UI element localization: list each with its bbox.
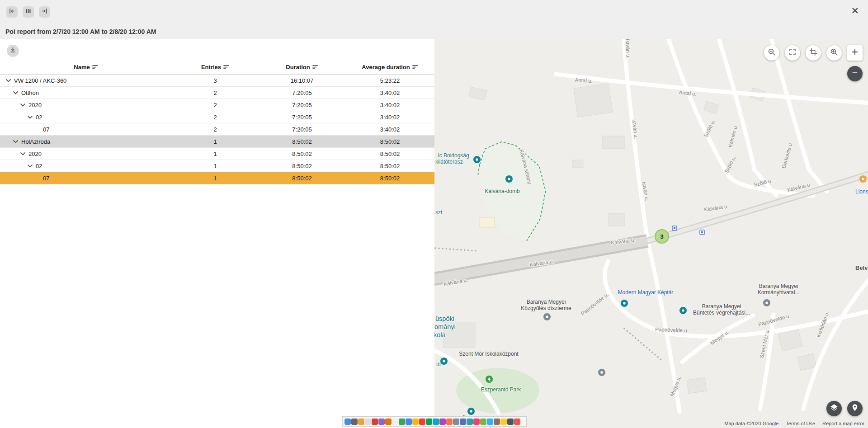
taskbar-icon[interactable] xyxy=(412,419,419,425)
cluster-marker[interactable]: 3 xyxy=(655,230,669,243)
poi-marker[interactable] xyxy=(859,175,867,183)
fullscreen-button[interactable] xyxy=(785,45,800,61)
dock-left-button[interactable] xyxy=(6,6,18,18)
poi-marker[interactable] xyxy=(440,357,448,365)
poi-pin-button[interactable] xyxy=(847,401,863,416)
taskbar-icon[interactable] xyxy=(385,419,392,425)
location-pin-icon xyxy=(851,404,859,414)
download-icon xyxy=(9,47,16,55)
poi-marker[interactable] xyxy=(621,300,628,307)
taskbar-icon[interactable] xyxy=(433,419,439,425)
taskbar-icon[interactable] xyxy=(365,419,371,425)
map-bottom-controls xyxy=(826,401,863,416)
download-button[interactable] xyxy=(7,45,19,57)
zoom-in-button[interactable] xyxy=(847,45,863,61)
columns-icon xyxy=(25,8,32,16)
row-entries: 2 xyxy=(172,89,259,96)
taskbar-icon[interactable] xyxy=(514,419,520,425)
taskbar-icon[interactable] xyxy=(419,419,425,425)
transit-stop-icon[interactable] xyxy=(700,230,704,235)
column-header-entries[interactable]: Entries xyxy=(172,64,259,71)
table-row[interactable]: 07 2 7:20:05 3:40:02 xyxy=(0,123,434,136)
taskbar-icon[interactable] xyxy=(473,419,480,425)
row-average-duration: 5:23:22 xyxy=(345,77,434,84)
taskbar-icon[interactable] xyxy=(460,419,466,425)
columns-button[interactable] xyxy=(23,6,34,18)
taskbar-icon[interactable] xyxy=(487,419,493,425)
taskbar-icon[interactable] xyxy=(453,419,459,425)
place-label: Lions xyxy=(855,188,868,195)
column-header-duration[interactable]: Duration xyxy=(259,64,345,71)
school-marker[interactable] xyxy=(598,369,605,376)
row-average-duration: 8:50:02 xyxy=(345,138,434,145)
taskbar-icon[interactable] xyxy=(494,419,500,425)
taskbar-icon[interactable] xyxy=(500,419,507,425)
poi-marker[interactable] xyxy=(473,156,481,163)
row-duration: 7:20:05 xyxy=(259,89,345,96)
taskbar-icon[interactable] xyxy=(467,419,473,425)
column-header-average-duration[interactable]: Average duration xyxy=(345,64,434,71)
taskbar[interactable] xyxy=(342,416,527,427)
chevron-down-icon[interactable] xyxy=(5,79,12,82)
chevron-down-icon[interactable] xyxy=(12,91,19,94)
layers-button[interactable] xyxy=(826,401,842,416)
zoom-out-selection-button[interactable] xyxy=(764,45,779,61)
taskbar-icon[interactable] xyxy=(344,419,351,425)
table-row[interactable]: HolAzIroda 1 8:50:02 8:50:02 xyxy=(0,136,434,148)
taskbar-icon[interactable] xyxy=(351,419,358,425)
civic-marker[interactable] xyxy=(763,299,770,306)
poi-marker[interactable] xyxy=(505,175,513,183)
column-header-name[interactable]: Name xyxy=(0,64,172,71)
chevron-down-icon[interactable] xyxy=(12,140,19,143)
selection-zoom-button[interactable] xyxy=(806,45,821,61)
table-row[interactable]: Otthon 2 7:20:05 3:40:02 xyxy=(0,87,434,99)
fullscreen-icon xyxy=(788,48,797,58)
row-name-cell: 07 xyxy=(0,175,172,182)
taskbar-icon[interactable] xyxy=(439,419,446,425)
taskbar-icon[interactable] xyxy=(392,419,398,425)
taskbar-icon[interactable] xyxy=(378,419,385,425)
zoom-in-selection-button[interactable] xyxy=(826,45,842,61)
report-map-error-link[interactable]: Report a map error xyxy=(822,421,864,426)
dock-right-icon xyxy=(41,8,48,16)
row-entries: 2 xyxy=(172,102,259,108)
taskbar-icon[interactable] xyxy=(406,419,412,425)
place-label: út xyxy=(436,361,441,367)
map-canvas[interactable]: István u. István u. István u. Antal u. A… xyxy=(434,39,868,428)
table-row[interactable]: 02 1 8:50:02 8:50:02 xyxy=(0,160,434,172)
taskbar-icon[interactable] xyxy=(480,419,486,425)
taskbar-icon[interactable] xyxy=(446,419,453,425)
chevron-down-icon[interactable] xyxy=(19,103,26,107)
cluster-count: 3 xyxy=(660,233,663,240)
dock-right-button[interactable] xyxy=(39,6,50,18)
row-entries: 2 xyxy=(172,114,259,121)
close-button[interactable]: ✕ xyxy=(849,4,861,18)
chevron-down-icon[interactable] xyxy=(19,152,26,155)
table-row[interactable]: 2020 1 8:50:02 8:50:02 xyxy=(0,148,434,160)
row-entries: 2 xyxy=(172,126,259,133)
street-label: Szőlő u. xyxy=(723,155,737,174)
row-entries: 1 xyxy=(172,151,259,157)
taskbar-icon[interactable] xyxy=(507,419,514,425)
terms-of-use-link[interactable]: Terms of Use xyxy=(786,421,815,426)
table-row[interactable]: VW 1200 / AKC-360 3 16:10:07 5:23:22 xyxy=(0,75,434,87)
taskbar-icon[interactable] xyxy=(372,419,378,425)
table-row[interactable]: 07 1 8:50:02 8:50:02 xyxy=(0,172,434,184)
row-average-duration: 8:50:02 xyxy=(345,163,434,169)
taskbar-icon[interactable] xyxy=(358,419,364,425)
zoom-out-button[interactable] xyxy=(847,66,863,81)
table-row[interactable]: 2020 2 7:20:05 3:40:02 xyxy=(0,99,434,111)
transit-stop-icon[interactable] xyxy=(672,226,677,230)
civic-marker[interactable] xyxy=(543,313,551,320)
taskbar-icon[interactable] xyxy=(426,419,432,425)
row-name-cell: 07 xyxy=(0,126,172,133)
chevron-down-icon[interactable] xyxy=(26,165,33,168)
table-row[interactable]: 02 2 7:20:05 3:40:02 xyxy=(0,111,434,123)
park-tree-marker[interactable] xyxy=(486,376,493,383)
chevron-down-icon[interactable] xyxy=(26,116,33,119)
poi-marker[interactable] xyxy=(679,307,687,314)
place-label: kilátóterasz xyxy=(435,159,463,165)
toolbar xyxy=(6,6,50,18)
taskbar-icon[interactable] xyxy=(399,419,405,425)
row-average-duration: 3:40:02 xyxy=(345,114,434,121)
